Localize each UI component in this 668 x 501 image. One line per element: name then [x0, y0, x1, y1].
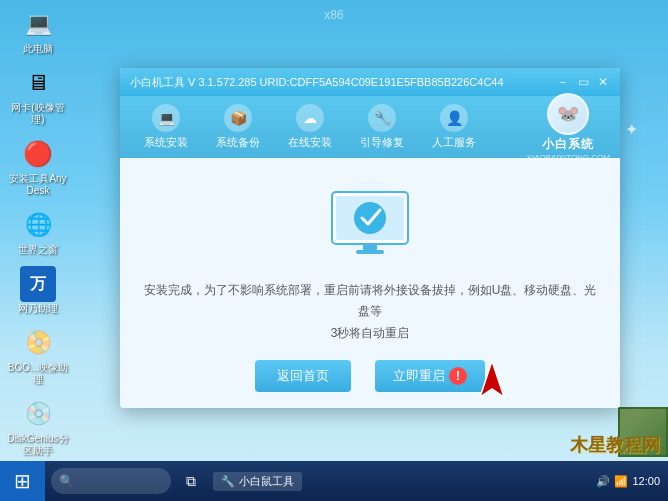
desktop-icon-browser[interactable]: 🌐 世界之窗 [4, 205, 72, 258]
taskbar: ⊞ 🔍 ⧉ 🔧 小白鼠工具 🔊 📶 12:00 [0, 461, 668, 501]
desktop-icon-diskgenius[interactable]: 💿 DiskGenius分区助手 [4, 394, 72, 459]
nav-system-backup[interactable]: 📦 系统备份 [202, 99, 274, 155]
taskbar-tray: 🔊 📶 12:00 [596, 475, 668, 488]
app-navbar: 💻 系统安装 📦 系统备份 ☁ 在线安装 🔧 引导修复 👤 人工服务 🐭 [120, 96, 620, 158]
desktop-icon-wan[interactable]: 万 网乃助理 [4, 264, 72, 317]
restore-button[interactable]: ▭ [576, 75, 590, 89]
desktop-icon-label: 网卡(映像管理) [6, 102, 70, 126]
nav-label: 人工服务 [432, 135, 476, 150]
svg-rect-4 [363, 244, 377, 250]
task-view-icon: ⧉ [186, 473, 196, 490]
success-illustration [310, 174, 430, 264]
nav-online-install[interactable]: ☁ 在线安装 [274, 99, 346, 155]
manual-service-icon: 👤 [440, 104, 468, 132]
desktop-icon-computer[interactable]: 💻 此电脑 [4, 4, 72, 57]
desktop-icon-anydesk[interactable]: 🔴 安装工具AnyDesk [4, 134, 72, 199]
app-content: 安装完成，为了不影响系统部署，重启前请将外接设备拔掉，例如U盘、移动硬盘、光盘等… [120, 158, 620, 408]
desktop-icon-label: BOO...映像助理 [6, 362, 70, 386]
close-button[interactable]: ✕ [596, 75, 610, 89]
windows-icon: ⊞ [14, 469, 31, 493]
cursor-arrow-indicator [478, 359, 506, 403]
svg-rect-5 [356, 250, 384, 254]
search-icon: 🔍 [59, 474, 74, 488]
taskbar-icons: 🔍 ⧉ [45, 465, 213, 497]
desktop-icons-left: 💻 此电脑 🖥 网卡(映像管理) 🔴 安装工具AnyDesk 🌐 世界之窗 万 … [4, 4, 72, 501]
watermark: 木星教程网 [570, 433, 660, 457]
minimize-button[interactable]: － [556, 75, 570, 89]
system-backup-icon: 📦 [224, 104, 252, 132]
monitor-svg [310, 174, 430, 264]
app-window: 小白机工具 V 3.1.572.285 URID:CDFF5A594C09E19… [120, 68, 620, 408]
diskgenius-icon: 💿 [20, 396, 56, 432]
svg-marker-6 [480, 361, 504, 397]
system-install-icon: 💻 [152, 104, 180, 132]
browser-icon: 🌐 [20, 207, 56, 243]
anydesk-icon: 🔴 [20, 136, 56, 172]
taskbar-app-label: 小白鼠工具 [239, 474, 294, 489]
network-icon: 🖥 [20, 65, 56, 101]
reboot-label: 立即重启 [393, 367, 445, 385]
network-tray-icon: 🔊 [596, 475, 610, 488]
app-title: 小白机工具 V 3.1.572.285 URID:CDFF5A594C09E19… [130, 75, 556, 90]
online-install-icon: ☁ [296, 104, 324, 132]
wan-icon: 万 [20, 266, 56, 302]
nav-system-install[interactable]: 💻 系统安装 [130, 99, 202, 155]
boot-repair-icon: 🔧 [368, 104, 396, 132]
clock: 12:00 [632, 475, 660, 487]
brand-area: 🐭 小白系统 XIAOBAIXITONG.COM [527, 93, 610, 162]
titlebar-controls: － ▭ ✕ [556, 75, 610, 89]
desktop: x86 💻 此电脑 🖥 网卡(映像管理) 🔴 安装工具AnyDesk 🌐 世界之… [0, 0, 668, 501]
return-home-button[interactable]: 返回首页 [255, 360, 351, 392]
reboot-warning-icon: ! [449, 367, 467, 385]
taskbar-app-icon: 🔧 [221, 475, 235, 488]
nav-label: 系统备份 [216, 135, 260, 150]
sparkle-1: ✦ [625, 120, 638, 139]
desktop-icon-label: 安装工具AnyDesk [6, 173, 70, 197]
install-complete-message: 安装完成，为了不影响系统部署，重启前请将外接设备拔掉，例如U盘、移动硬盘、光盘等… [140, 280, 600, 345]
brand-url: XIAOBAIXITONG.COM [527, 153, 610, 162]
reboot-now-button[interactable]: 立即重启 ! [375, 360, 485, 392]
nav-label: 系统安装 [144, 135, 188, 150]
brand-name: 小白系统 [542, 136, 594, 153]
volume-tray-icon: 📶 [614, 475, 628, 488]
taskbar-app-xiaobai[interactable]: 🔧 小白鼠工具 [213, 472, 302, 491]
nav-label: 在线安装 [288, 135, 332, 150]
desktop-icon-label: 世界之窗 [18, 244, 58, 256]
computer-icon: 💻 [20, 6, 56, 42]
brand-logo: 🐭 [547, 93, 589, 135]
nav-boot-repair[interactable]: 🔧 引导修复 [346, 99, 418, 155]
nav-label: 引导修复 [360, 135, 404, 150]
nav-manual-service[interactable]: 👤 人工服务 [418, 99, 490, 155]
svg-point-3 [354, 202, 386, 234]
desktop-icon-label: 此电脑 [23, 43, 53, 55]
task-view-button[interactable]: ⧉ [175, 465, 207, 497]
boo-icon: 📀 [20, 325, 56, 361]
taskbar-search[interactable]: 🔍 [51, 468, 171, 494]
start-button[interactable]: ⊞ [0, 461, 45, 501]
desktop-icon-label: DiskGenius分区助手 [6, 433, 70, 457]
desktop-icon-network[interactable]: 🖥 网卡(映像管理) [4, 63, 72, 128]
desktop-icon-boo[interactable]: 📀 BOO...映像助理 [4, 323, 72, 388]
desktop-icon-label: 网乃助理 [18, 303, 58, 315]
x86-label: x86 [324, 8, 343, 22]
button-row: 返回首页 立即重启 ! [255, 360, 485, 392]
